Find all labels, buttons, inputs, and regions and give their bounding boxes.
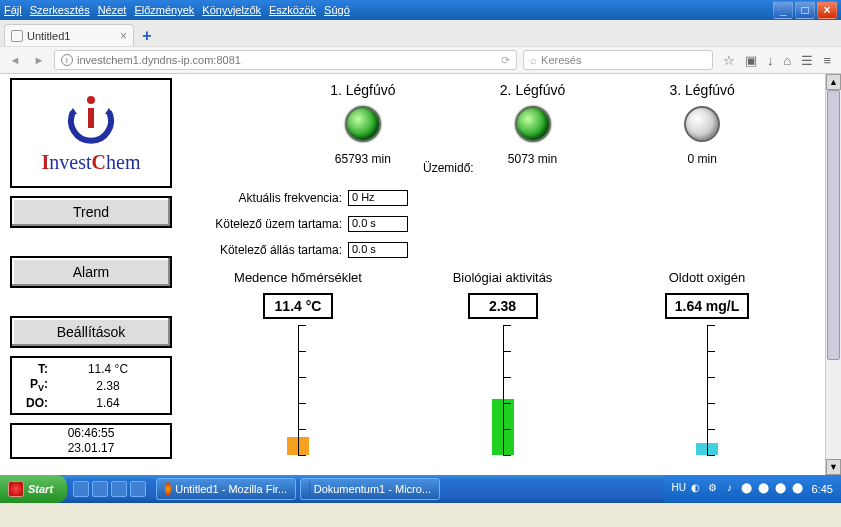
tab-favicon bbox=[11, 30, 23, 42]
scroll-thumb[interactable] bbox=[827, 90, 840, 360]
run-duration-label: Kötelező üzem tartama: bbox=[198, 217, 348, 231]
blower-3-title: 3. Légfúvó bbox=[617, 82, 787, 98]
alarm-button[interactable]: Alarm bbox=[10, 256, 172, 288]
scroll-down-button[interactable]: ▼ bbox=[826, 459, 841, 475]
url-input[interactable]: i investchem1.dyndns-ip.com:8081 ⟳ bbox=[54, 50, 517, 70]
investchem-logo-icon bbox=[61, 92, 121, 147]
stop-duration-value[interactable]: 0.0 s bbox=[348, 242, 408, 258]
blower-3: 3. Légfúvó 0 min bbox=[617, 82, 787, 166]
trend-button[interactable]: Trend bbox=[10, 196, 172, 228]
menu-file[interactable]: Fájl bbox=[4, 4, 22, 16]
tray-icon[interactable]: ♪ bbox=[723, 482, 737, 496]
window-close-button[interactable]: × bbox=[817, 1, 837, 19]
blower-2: 2. Légfúvó 5073 min bbox=[448, 82, 618, 166]
settings-button[interactable]: Beállítások bbox=[10, 316, 172, 348]
blower-3-uptime: 0 min bbox=[617, 152, 787, 166]
taskbar-item-word[interactable]: Dokumentum1 - Micro... bbox=[300, 478, 440, 500]
blower-2-led-icon bbox=[515, 106, 551, 142]
scroll-track[interactable] bbox=[826, 90, 841, 459]
stop-duration-label: Kötelező állás tartama: bbox=[198, 243, 348, 257]
blower-3-led-icon bbox=[684, 106, 720, 142]
run-duration-value[interactable]: 0.0 s bbox=[348, 216, 408, 232]
menu-history[interactable]: Előzmények bbox=[134, 4, 194, 16]
menu-edit[interactable]: Szerkesztés bbox=[30, 4, 90, 16]
reload-icon[interactable]: ⟳ bbox=[501, 54, 510, 67]
pv-label: PV: bbox=[18, 377, 52, 393]
tray-lang[interactable]: HU bbox=[672, 482, 686, 496]
blower-1: 1. Légfúvó 65793 min bbox=[278, 82, 448, 166]
browser-toolbar: ◄ ► i investchem1.dyndns-ip.com:8081 ⟳ ⌕… bbox=[0, 46, 841, 74]
uptime-label: Üzemidő: bbox=[423, 161, 474, 175]
do-label: DO: bbox=[18, 396, 52, 410]
sidebar: InvestChem Trend Alarm Beállítások T: 11… bbox=[0, 74, 180, 475]
gauge-do-value: 1.64 mg/L bbox=[665, 293, 750, 319]
windows-taskbar: Start Untitled1 - Mozilla Fir... Dokumen… bbox=[0, 475, 841, 503]
gauge-do-title: Oldott oxigén bbox=[617, 270, 797, 285]
svg-point-0 bbox=[87, 96, 95, 104]
url-text: investchem1.dyndns-ip.com:8081 bbox=[77, 54, 241, 66]
readings-panel: T: 11.4 °C PV: 2.38 DO: 1.64 bbox=[10, 356, 172, 415]
tray-icon[interactable]: ⬤ bbox=[740, 482, 754, 496]
taskbar-item-firefox[interactable]: Untitled1 - Mozilla Fir... bbox=[156, 478, 296, 500]
gauge-temp-title: Medence hőmérséklet bbox=[208, 270, 388, 285]
menu-view[interactable]: Nézet bbox=[98, 4, 127, 16]
menu-help[interactable]: Súgó bbox=[324, 4, 350, 16]
quick-launch bbox=[67, 481, 152, 497]
do-value: 1.64 bbox=[52, 396, 164, 410]
home-icon[interactable]: ⌂ bbox=[784, 53, 792, 68]
gauge-temp: Medence hőmérséklet 11.4 °C bbox=[208, 270, 388, 455]
temp-label: T: bbox=[18, 362, 52, 376]
tray-icon[interactable]: ⬤ bbox=[757, 482, 771, 496]
date-text: 23.01.17 bbox=[16, 441, 166, 456]
scroll-up-button[interactable]: ▲ bbox=[826, 74, 841, 90]
quicklaunch-icon[interactable] bbox=[111, 481, 127, 497]
main-panel: Üzemidő: 1. Légfúvó 65793 min 2. Légfúvó… bbox=[180, 74, 825, 475]
library-icon[interactable]: ☰ bbox=[801, 53, 813, 68]
window-minimize-button[interactable]: _ bbox=[773, 1, 793, 19]
blower-1-led-icon bbox=[345, 106, 381, 142]
blower-1-title: 1. Légfúvó bbox=[278, 82, 448, 98]
search-icon: ⌕ bbox=[530, 54, 537, 66]
start-button[interactable]: Start bbox=[0, 475, 67, 503]
quicklaunch-icon[interactable] bbox=[92, 481, 108, 497]
page-content: InvestChem Trend Alarm Beállítások T: 11… bbox=[0, 74, 841, 475]
gauges-row: Medence hőmérséklet 11.4 °C Biológiai ak… bbox=[198, 270, 807, 455]
tray-icon[interactable]: ⬤ bbox=[774, 482, 788, 496]
time-text: 06:46:55 bbox=[16, 426, 166, 441]
tray-icon[interactable]: ⚙ bbox=[706, 482, 720, 496]
search-input[interactable]: ⌕ Keresés bbox=[523, 50, 713, 70]
gauge-do: Oldott oxigén 1.64 mg/L bbox=[617, 270, 797, 455]
params-panel: Aktuális frekvencia: 0 Hz Kötelező üzem … bbox=[198, 190, 807, 258]
nav-back-button[interactable]: ◄ bbox=[6, 54, 24, 66]
windows-logo-icon bbox=[8, 481, 24, 497]
system-tray: HU ◐ ⚙ ♪ ⬤ ⬤ ⬤ ⬤ 6:45 bbox=[664, 475, 841, 503]
temp-value: 11.4 °C bbox=[52, 362, 164, 376]
tray-icon[interactable]: ◐ bbox=[689, 482, 703, 496]
menu-icon[interactable]: ≡ bbox=[823, 53, 831, 68]
site-info-icon[interactable]: i bbox=[61, 54, 73, 66]
tray-icon[interactable]: ⬤ bbox=[791, 482, 805, 496]
browser-tabbar: Untitled1 × + bbox=[0, 20, 841, 46]
browser-tab[interactable]: Untitled1 × bbox=[4, 24, 134, 46]
quicklaunch-icon[interactable] bbox=[130, 481, 146, 497]
vertical-scrollbar[interactable]: ▲ ▼ bbox=[825, 74, 841, 475]
tray-clock[interactable]: 6:45 bbox=[812, 483, 833, 495]
freq-label: Aktuális frekvencia: bbox=[198, 191, 348, 205]
menu-bookmarks[interactable]: Könyvjelzők bbox=[202, 4, 261, 16]
firefox-icon bbox=[165, 482, 171, 496]
menu-tools[interactable]: Eszközök bbox=[269, 4, 316, 16]
nav-forward-button[interactable]: ► bbox=[30, 54, 48, 66]
word-icon bbox=[309, 482, 310, 496]
window-menubar: Fájl Szerkesztés Nézet Előzmények Könyvj… bbox=[0, 0, 841, 20]
tab-close-icon[interactable]: × bbox=[120, 29, 127, 43]
downloads-icon[interactable]: ↓ bbox=[767, 53, 774, 68]
gauge-bio-title: Biológiai aktivitás bbox=[413, 270, 593, 285]
svg-rect-1 bbox=[88, 108, 94, 128]
window-maximize-button[interactable]: □ bbox=[795, 1, 815, 19]
logo-panel: InvestChem bbox=[10, 78, 172, 188]
freq-value[interactable]: 0 Hz bbox=[348, 190, 408, 206]
new-tab-button[interactable]: + bbox=[136, 26, 158, 46]
quicklaunch-icon[interactable] bbox=[73, 481, 89, 497]
bookmark-star-icon[interactable]: ☆ bbox=[723, 53, 735, 68]
pocket-icon[interactable]: ▣ bbox=[745, 53, 757, 68]
